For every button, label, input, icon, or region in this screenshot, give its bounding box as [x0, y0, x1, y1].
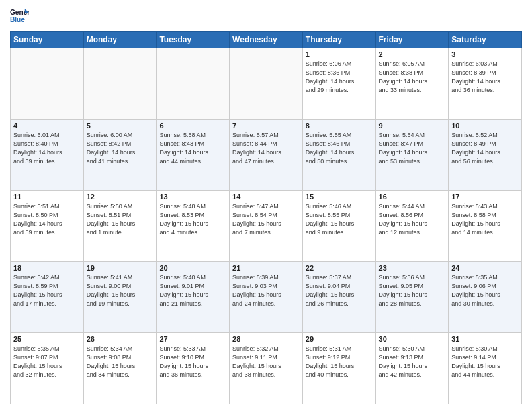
calendar-week-1: 1Sunrise: 6:06 AM Sunset: 8:36 PM Daylig… [11, 48, 522, 120]
calendar-table: SundayMondayTuesdayWednesdayThursdayFrid… [10, 31, 522, 404]
weekday-header-thursday: Thursday [302, 32, 375, 48]
weekday-header-wednesday: Wednesday [230, 32, 303, 48]
day-info: Sunrise: 5:54 AM Sunset: 8:47 PM Dayligh… [379, 131, 446, 166]
day-number: 23 [379, 264, 446, 272]
day-number: 16 [379, 193, 446, 201]
day-number: 22 [306, 264, 373, 272]
calendar-cell: 6Sunrise: 5:58 AM Sunset: 8:43 PM Daylig… [157, 120, 230, 191]
day-number: 6 [159, 122, 226, 130]
calendar-cell: 4Sunrise: 6:01 AM Sunset: 8:40 PM Daylig… [11, 120, 84, 191]
day-info: Sunrise: 6:03 AM Sunset: 8:39 PM Dayligh… [451, 60, 519, 95]
day-number: 18 [13, 264, 81, 272]
calendar-cell: 27Sunrise: 5:33 AM Sunset: 9:10 PM Dayli… [157, 333, 230, 404]
day-info: Sunrise: 5:33 AM Sunset: 9:10 PM Dayligh… [159, 345, 226, 379]
calendar-cell: 13Sunrise: 5:48 AM Sunset: 8:53 PM Dayli… [157, 191, 230, 262]
day-number: 25 [13, 335, 81, 343]
day-info: Sunrise: 5:57 AM Sunset: 8:44 PM Dayligh… [232, 131, 300, 166]
day-number: 27 [159, 335, 226, 343]
day-number: 1 [306, 50, 373, 58]
calendar-cell: 22Sunrise: 5:37 AM Sunset: 9:04 PM Dayli… [302, 262, 375, 333]
calendar-cell: 10Sunrise: 5:52 AM Sunset: 8:49 PM Dayli… [449, 120, 522, 191]
day-number: 17 [451, 193, 519, 201]
day-info: Sunrise: 5:48 AM Sunset: 8:53 PM Dayligh… [159, 202, 226, 237]
calendar-cell [230, 48, 303, 120]
calendar-cell: 7Sunrise: 5:57 AM Sunset: 8:44 PM Daylig… [230, 120, 303, 191]
day-info: Sunrise: 5:41 AM Sunset: 9:00 PM Dayligh… [87, 273, 154, 308]
day-info: Sunrise: 5:36 AM Sunset: 9:05 PM Dayligh… [379, 273, 446, 308]
calendar-cell: 5Sunrise: 6:00 AM Sunset: 8:42 PM Daylig… [83, 120, 157, 191]
calendar-cell: 17Sunrise: 5:43 AM Sunset: 8:58 PM Dayli… [449, 191, 522, 262]
weekday-header-saturday: Saturday [449, 32, 522, 48]
day-info: Sunrise: 5:50 AM Sunset: 8:51 PM Dayligh… [87, 202, 154, 237]
day-info: Sunrise: 6:00 AM Sunset: 8:42 PM Dayligh… [87, 131, 154, 166]
calendar-cell [157, 48, 230, 120]
calendar-cell: 16Sunrise: 5:44 AM Sunset: 8:56 PM Dayli… [375, 191, 449, 262]
day-number: 10 [451, 122, 519, 130]
day-info: Sunrise: 5:35 AM Sunset: 9:06 PM Dayligh… [451, 273, 519, 308]
svg-text:Blue: Blue [10, 16, 25, 24]
weekday-header-sunday: Sunday [11, 32, 84, 48]
day-number: 24 [451, 264, 519, 272]
day-number: 11 [13, 193, 81, 201]
calendar-week-5: 25Sunrise: 5:35 AM Sunset: 9:07 PM Dayli… [11, 333, 522, 404]
calendar-cell: 1Sunrise: 6:06 AM Sunset: 8:36 PM Daylig… [302, 48, 375, 120]
logo-icon: General Blue [10, 7, 29, 26]
calendar-cell: 31Sunrise: 5:30 AM Sunset: 9:14 PM Dayli… [449, 333, 522, 404]
day-number: 8 [306, 122, 373, 130]
calendar-cell: 8Sunrise: 5:55 AM Sunset: 8:46 PM Daylig… [302, 120, 375, 191]
weekday-header-tuesday: Tuesday [157, 32, 230, 48]
day-info: Sunrise: 5:40 AM Sunset: 9:01 PM Dayligh… [159, 273, 226, 308]
day-number: 19 [87, 264, 154, 272]
day-number: 7 [232, 122, 300, 130]
page: General Blue SundayMondayTuesdayWednesda… [0, 0, 532, 411]
calendar-cell [11, 48, 84, 120]
day-info: Sunrise: 5:46 AM Sunset: 8:55 PM Dayligh… [306, 202, 373, 237]
calendar-cell: 3Sunrise: 6:03 AM Sunset: 8:39 PM Daylig… [449, 48, 522, 120]
calendar-cell: 29Sunrise: 5:31 AM Sunset: 9:12 PM Dayli… [302, 333, 375, 404]
calendar-cell: 14Sunrise: 5:47 AM Sunset: 8:54 PM Dayli… [230, 191, 303, 262]
calendar-week-4: 18Sunrise: 5:42 AM Sunset: 8:59 PM Dayli… [11, 262, 522, 333]
day-info: Sunrise: 5:42 AM Sunset: 8:59 PM Dayligh… [13, 273, 81, 308]
day-number: 28 [232, 335, 300, 343]
day-info: Sunrise: 5:30 AM Sunset: 9:14 PM Dayligh… [451, 345, 519, 379]
day-number: 20 [159, 264, 226, 272]
calendar-cell: 9Sunrise: 5:54 AM Sunset: 8:47 PM Daylig… [375, 120, 449, 191]
day-info: Sunrise: 6:06 AM Sunset: 8:36 PM Dayligh… [306, 60, 373, 95]
calendar-week-3: 11Sunrise: 5:51 AM Sunset: 8:50 PM Dayli… [11, 191, 522, 262]
calendar-cell: 25Sunrise: 5:35 AM Sunset: 9:07 PM Dayli… [11, 333, 84, 404]
calendar-cell [83, 48, 157, 120]
calendar-cell: 19Sunrise: 5:41 AM Sunset: 9:00 PM Dayli… [83, 262, 157, 333]
day-info: Sunrise: 5:32 AM Sunset: 9:11 PM Dayligh… [232, 345, 300, 379]
logo: General Blue [10, 7, 29, 26]
day-number: 4 [13, 122, 81, 130]
calendar-cell: 12Sunrise: 5:50 AM Sunset: 8:51 PM Dayli… [83, 191, 157, 262]
day-number: 31 [451, 335, 519, 343]
day-info: Sunrise: 5:44 AM Sunset: 8:56 PM Dayligh… [379, 202, 446, 237]
header: General Blue [10, 7, 522, 26]
day-info: Sunrise: 5:51 AM Sunset: 8:50 PM Dayligh… [13, 202, 81, 237]
day-number: 21 [232, 264, 300, 272]
day-number: 26 [87, 335, 154, 343]
calendar-cell: 23Sunrise: 5:36 AM Sunset: 9:05 PM Dayli… [375, 262, 449, 333]
day-info: Sunrise: 5:47 AM Sunset: 8:54 PM Dayligh… [232, 202, 300, 237]
calendar-cell: 21Sunrise: 5:39 AM Sunset: 9:03 PM Dayli… [230, 262, 303, 333]
calendar-cell: 18Sunrise: 5:42 AM Sunset: 8:59 PM Dayli… [11, 262, 84, 333]
weekday-header-friday: Friday [375, 32, 449, 48]
calendar-cell: 2Sunrise: 6:05 AM Sunset: 8:38 PM Daylig… [375, 48, 449, 120]
weekday-header-monday: Monday [83, 32, 157, 48]
day-info: Sunrise: 5:30 AM Sunset: 9:13 PM Dayligh… [379, 345, 446, 379]
calendar-cell: 30Sunrise: 5:30 AM Sunset: 9:13 PM Dayli… [375, 333, 449, 404]
day-info: Sunrise: 5:39 AM Sunset: 9:03 PM Dayligh… [232, 273, 300, 308]
day-number: 29 [306, 335, 373, 343]
day-number: 5 [87, 122, 154, 130]
day-info: Sunrise: 5:37 AM Sunset: 9:04 PM Dayligh… [306, 273, 373, 308]
day-info: Sunrise: 5:58 AM Sunset: 8:43 PM Dayligh… [159, 131, 226, 166]
weekday-header-row: SundayMondayTuesdayWednesdayThursdayFrid… [11, 32, 522, 48]
day-info: Sunrise: 5:34 AM Sunset: 9:08 PM Dayligh… [87, 345, 154, 379]
day-number: 15 [306, 193, 373, 201]
calendar-cell: 26Sunrise: 5:34 AM Sunset: 9:08 PM Dayli… [83, 333, 157, 404]
day-info: Sunrise: 5:31 AM Sunset: 9:12 PM Dayligh… [306, 345, 373, 379]
calendar-cell: 11Sunrise: 5:51 AM Sunset: 8:50 PM Dayli… [11, 191, 84, 262]
day-info: Sunrise: 5:43 AM Sunset: 8:58 PM Dayligh… [451, 202, 519, 237]
day-info: Sunrise: 6:05 AM Sunset: 8:38 PM Dayligh… [379, 60, 446, 95]
